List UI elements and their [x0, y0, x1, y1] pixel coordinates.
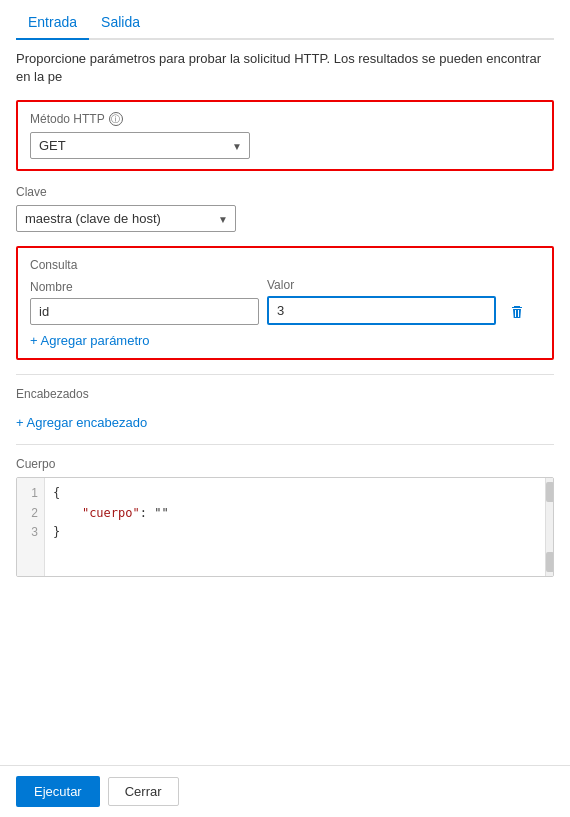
query-section: Consulta Nombre Valor + Agregar parámetr… [16, 246, 554, 360]
nombre-label: Nombre [30, 280, 259, 294]
tab-salida[interactable]: Salida [89, 8, 152, 38]
line-numbers: 1 2 3 [17, 478, 45, 576]
valor-input[interactable] [267, 296, 496, 325]
method-label: Método HTTP [30, 112, 105, 126]
nombre-input[interactable] [30, 298, 259, 325]
tab-entrada[interactable]: Entrada [16, 8, 89, 40]
close-button[interactable]: Cerrar [108, 777, 179, 806]
method-info-icon[interactable]: ⓘ [109, 112, 123, 126]
scrollbar-track[interactable] [545, 478, 553, 576]
code-editor[interactable]: 1 2 3 { "cuerpo": "" } [16, 477, 554, 577]
description-text: Proporcione parámetros para probar la so… [16, 50, 554, 86]
delete-column [504, 279, 540, 325]
footer: Ejecutar Cerrar [0, 765, 570, 817]
key-section: Clave maestra (clave de host) función ▼ [16, 185, 554, 232]
query-label: Consulta [30, 258, 540, 272]
divider-1 [16, 374, 554, 375]
method-section: Método HTTP ⓘ GET POST PUT DELETE PATCH … [16, 100, 554, 171]
run-button[interactable]: Ejecutar [16, 776, 100, 807]
valor-column: Valor [267, 278, 496, 325]
query-grid: Nombre Valor [30, 278, 540, 325]
add-param-button[interactable]: + Agregar parámetro [30, 333, 150, 348]
valor-label: Valor [267, 278, 496, 292]
method-select-container: GET POST PUT DELETE PATCH ▼ [30, 132, 250, 159]
key-select[interactable]: maestra (clave de host) función [16, 205, 236, 232]
line-num-3: 3 [31, 523, 38, 542]
scrollbar-thumb-top [546, 482, 554, 502]
divider-2 [16, 444, 554, 445]
add-header-button[interactable]: + Agregar encabezado [16, 415, 147, 430]
body-section: Cuerpo 1 2 3 { "cuerpo": "" } [16, 457, 554, 577]
key-select-container: maestra (clave de host) función ▼ [16, 205, 236, 232]
line-num-2: 2 [31, 504, 38, 523]
headers-label: Encabezados [16, 387, 554, 401]
trash-icon [509, 304, 525, 320]
method-select[interactable]: GET POST PUT DELETE PATCH [30, 132, 250, 159]
nombre-column: Nombre [30, 280, 259, 325]
key-label: Clave [16, 185, 554, 199]
code-content[interactable]: { "cuerpo": "" } [45, 478, 545, 576]
tabs-container: Entrada Salida [16, 0, 554, 40]
delete-param-button[interactable] [504, 299, 530, 325]
headers-section: Encabezados + Agregar encabezado [16, 387, 554, 430]
line-num-1: 1 [31, 484, 38, 503]
body-label: Cuerpo [16, 457, 554, 471]
method-label-row: Método HTTP ⓘ [30, 112, 540, 126]
scrollbar-thumb-bottom [546, 552, 554, 572]
